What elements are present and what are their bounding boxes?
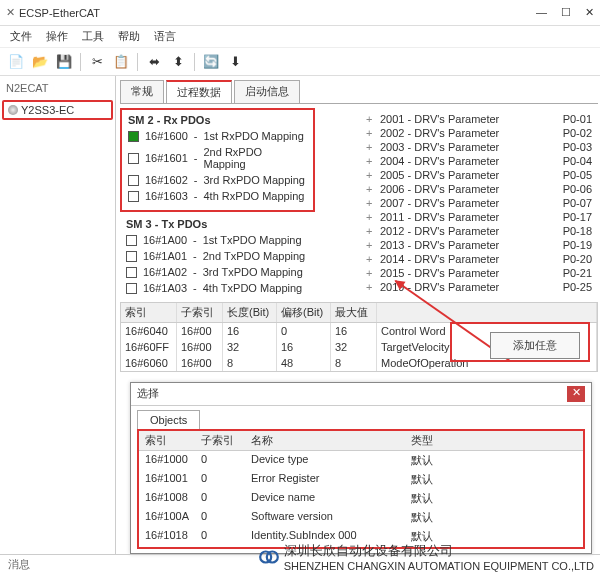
checkbox-icon[interactable] (128, 131, 139, 142)
param-row[interactable]: +2006 - DRV's ParameterP0-06 (366, 182, 592, 196)
param-row[interactable]: +2007 - DRV's ParameterP0-07 (366, 196, 592, 210)
collapse-icon[interactable]: ⬍ (168, 52, 188, 72)
param-row[interactable]: +2013 - DRV's ParameterP0-19 (366, 238, 592, 252)
close-icon[interactable]: ✕ (585, 6, 594, 19)
expand-icon[interactable]: + (366, 113, 376, 125)
expand-icon[interactable]: + (366, 197, 376, 209)
object-row[interactable]: 16#10000Device type默认 (139, 451, 583, 470)
col-length: 长度(Bit) (223, 303, 277, 322)
param-row[interactable]: +2001 - DRV's ParameterP0-01 (366, 112, 592, 126)
expand-icon[interactable]: + (366, 239, 376, 251)
checkbox-icon[interactable] (128, 191, 139, 202)
col-subindex: 子索引 (177, 303, 223, 322)
tab-process[interactable]: 过程数据 (166, 80, 232, 103)
pdo-index: 16#1601 (145, 152, 188, 164)
select-close-icon[interactable]: ✕ (567, 386, 585, 402)
sm3-box: SM 3 - Tx PDOs 16#1A00-1st TxPDO Mapping… (120, 216, 315, 296)
expand-icon[interactable]: + (366, 155, 376, 167)
checkbox-icon[interactable] (126, 251, 137, 262)
param-row[interactable]: +2003 - DRV's ParameterP0-03 (366, 140, 592, 154)
param-row[interactable]: +2014 - DRV's ParameterP0-20 (366, 252, 592, 266)
col-offset: 偏移(Bit) (277, 303, 331, 322)
device-icon (8, 105, 18, 115)
sidebar: N2ECAT Y2SS3-EC (0, 76, 116, 554)
tab-startup[interactable]: 启动信息 (234, 80, 300, 103)
save-icon[interactable]: 💾 (54, 52, 74, 72)
pdo-index: 16#1600 (145, 130, 188, 142)
object-row[interactable]: 16#100A0Software version默认 (139, 508, 583, 527)
menu-lang[interactable]: 语言 (154, 29, 176, 44)
checkbox-icon[interactable] (128, 175, 139, 186)
copy-icon[interactable]: 📋 (111, 52, 131, 72)
expand-icon[interactable]: + (366, 253, 376, 265)
pdo-row[interactable]: 16#1600-1st RxPDO Mapping (128, 128, 307, 144)
param-row[interactable]: +2011 - DRV's ParameterP0-17 (366, 210, 592, 224)
ocol-index: 索引 (139, 433, 201, 448)
watermark: 深圳长欣自动化设备有限公司 SHENZHEN CHANGXIN AUTOMATI… (258, 542, 594, 572)
titlebar: ✕ ECSP-EtherCAT — ☐ ✕ (0, 0, 600, 26)
pdo-label: 3rd RxPDO Mapping (204, 174, 306, 186)
add-any-button[interactable]: 添加任意 (490, 332, 580, 359)
menu-operate[interactable]: 操作 (46, 29, 68, 44)
menu-tools[interactable]: 工具 (82, 29, 104, 44)
pdo-label: 1st RxPDO Mapping (204, 130, 304, 142)
watermark-cn: 深圳长欣自动化设备有限公司 (284, 542, 594, 560)
new-icon[interactable]: 📄 (6, 52, 26, 72)
pdo-index: 16#1A01 (143, 250, 187, 262)
menu-help[interactable]: 帮助 (118, 29, 140, 44)
menu-file[interactable]: 文件 (10, 29, 32, 44)
pdo-label: 1st TxPDO Mapping (203, 234, 302, 246)
checkbox-icon[interactable] (128, 153, 139, 164)
pdo-row[interactable]: 16#1A03-4th TxPDO Mapping (126, 280, 309, 296)
expand-icon[interactable]: + (366, 141, 376, 153)
expand-icon[interactable]: + (366, 281, 376, 293)
expand-icon[interactable]: + (366, 169, 376, 181)
pdo-index: 16#1A00 (143, 234, 187, 246)
expand-icon[interactable]: + (366, 225, 376, 237)
pdo-index: 16#1A02 (143, 266, 187, 278)
ocol-sub: 子索引 (201, 433, 251, 448)
pdo-row[interactable]: 16#1602-3rd RxPDO Mapping (128, 172, 307, 188)
tabs: 常规 过程数据 启动信息 (120, 80, 598, 104)
checkbox-icon[interactable] (126, 283, 137, 294)
checkbox-icon[interactable] (126, 235, 137, 246)
param-row[interactable]: +2002 - DRV's ParameterP0-02 (366, 126, 592, 140)
select-title: 选择 (137, 386, 159, 402)
tree-device[interactable]: Y2SS3-EC (2, 100, 113, 120)
device-label: Y2SS3-EC (21, 104, 74, 116)
pdo-index: 16#1602 (145, 174, 188, 186)
param-row[interactable]: +2005 - DRV's ParameterP0-05 (366, 168, 592, 182)
col-name (377, 303, 597, 322)
param-row[interactable]: +2012 - DRV's ParameterP0-18 (366, 224, 592, 238)
objects-tab[interactable]: Objects (137, 410, 200, 429)
expand-icon[interactable]: + (366, 127, 376, 139)
col-index: 索引 (121, 303, 177, 322)
object-row[interactable]: 16#10080Device name默认 (139, 489, 583, 508)
maximize-icon[interactable]: ☐ (561, 6, 571, 19)
expand-icon[interactable]: + (366, 267, 376, 279)
sm2-box: SM 2 - Rx PDOs 16#1600-1st RxPDO Mapping… (120, 108, 315, 212)
minimize-icon[interactable]: — (536, 6, 547, 19)
param-list[interactable]: +2001 - DRV's ParameterP0-01+2002 - DRV'… (366, 112, 592, 294)
expand-icon[interactable]: ⬌ (144, 52, 164, 72)
pdo-row[interactable]: 16#1A01-2nd TxPDO Mapping (126, 248, 309, 264)
expand-icon[interactable]: + (366, 211, 376, 223)
pdo-row[interactable]: 16#1603-4th RxPDO Mapping (128, 188, 307, 204)
ocol-type: 类型 (411, 433, 583, 448)
cut-icon[interactable]: ✂ (87, 52, 107, 72)
select-dialog: 选择 ✕ Objects 索引 子索引 名称 类型 16#10000Device… (130, 382, 592, 554)
pdo-row[interactable]: 16#1601-2nd RxPDO Mapping (128, 144, 307, 172)
col-max: 最大值 (331, 303, 377, 322)
object-row[interactable]: 16#10010Error Register默认 (139, 470, 583, 489)
checkbox-icon[interactable] (126, 267, 137, 278)
pdo-row[interactable]: 16#1A00-1st TxPDO Mapping (126, 232, 309, 248)
refresh-icon[interactable]: 🔄 (201, 52, 221, 72)
tab-general[interactable]: 常规 (120, 80, 164, 103)
open-icon[interactable]: 📂 (30, 52, 50, 72)
pdo-row[interactable]: 16#1A02-3rd TxPDO Mapping (126, 264, 309, 280)
expand-icon[interactable]: + (366, 183, 376, 195)
param-row[interactable]: +2004 - DRV's ParameterP0-04 (366, 154, 592, 168)
download-icon[interactable]: ⬇ (225, 52, 245, 72)
tree-root[interactable]: N2ECAT (2, 80, 113, 96)
pdo-index: 16#1603 (145, 190, 188, 202)
